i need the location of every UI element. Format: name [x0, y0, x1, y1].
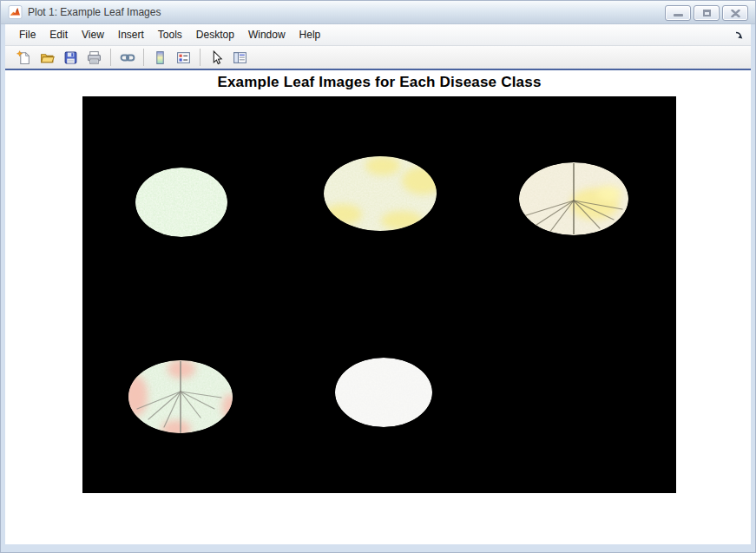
new-figure-icon	[16, 50, 31, 65]
toolbar-separator	[143, 49, 144, 66]
plot-title: Example Leaf Images for Each Disease Cla…	[82, 74, 676, 91]
minimize-button[interactable]	[665, 5, 691, 21]
link-plot-button[interactable]	[116, 48, 138, 68]
close-button[interactable]	[722, 5, 748, 21]
leaf-beige-veined	[519, 162, 628, 235]
menu-file[interactable]: File	[12, 25, 43, 44]
toolbar-separator	[110, 49, 111, 66]
insert-legend-button[interactable]	[173, 48, 194, 68]
toolbar-separator	[200, 49, 201, 66]
property-editor-button[interactable]	[229, 48, 251, 68]
figure-window: Plot 1: Example Leaf Images File Edit Vi…	[0, 0, 756, 553]
toolbar	[5, 46, 751, 70]
matlab-logo-icon	[7, 5, 23, 20]
insert-legend-icon	[176, 50, 191, 65]
property-editor-icon	[233, 50, 247, 65]
restore-icon	[703, 10, 711, 16]
save-figure-button[interactable]	[60, 48, 82, 68]
menu-help[interactable]: Help	[293, 25, 328, 44]
open-file-icon	[40, 50, 55, 65]
link-plot-icon	[120, 50, 135, 65]
new-figure-button[interactable]	[13, 48, 35, 68]
menu-tools[interactable]: Tools	[151, 25, 189, 44]
print-figure-button[interactable]	[83, 48, 105, 68]
leaf-white-plain	[335, 358, 432, 427]
window-controls	[665, 5, 748, 21]
close-icon	[731, 10, 740, 17]
insert-colorbar-icon	[153, 50, 168, 65]
leaf-pale-green-speckled	[135, 168, 227, 237]
save-figure-icon	[63, 50, 78, 65]
edit-plot-button[interactable]	[206, 48, 227, 68]
print-figure-icon	[87, 50, 102, 65]
menu-view[interactable]: View	[75, 25, 111, 44]
dock-arrow-icon[interactable]	[734, 30, 744, 40]
restore-button[interactable]	[694, 5, 720, 21]
edit-plot-icon	[209, 50, 224, 65]
open-file-button[interactable]	[36, 48, 58, 68]
minimize-icon	[674, 14, 683, 16]
insert-colorbar-button[interactable]	[149, 48, 171, 68]
leaf-image-panel	[82, 96, 676, 493]
figure-canvas: Example Leaf Images for Each Disease Cla…	[5, 70, 751, 544]
titlebar[interactable]: Plot 1: Example Leaf Images	[1, 1, 755, 24]
menu-insert[interactable]: Insert	[111, 25, 151, 44]
menu-window[interactable]: Window	[241, 25, 293, 44]
window-title: Plot 1: Example Leaf Images	[28, 6, 161, 18]
menu-desktop[interactable]: Desktop	[189, 25, 241, 44]
panel-background	[82, 96, 676, 493]
menubar: File Edit View Insert Tools Desktop Wind…	[5, 24, 751, 46]
menu-edit[interactable]: Edit	[43, 25, 75, 44]
